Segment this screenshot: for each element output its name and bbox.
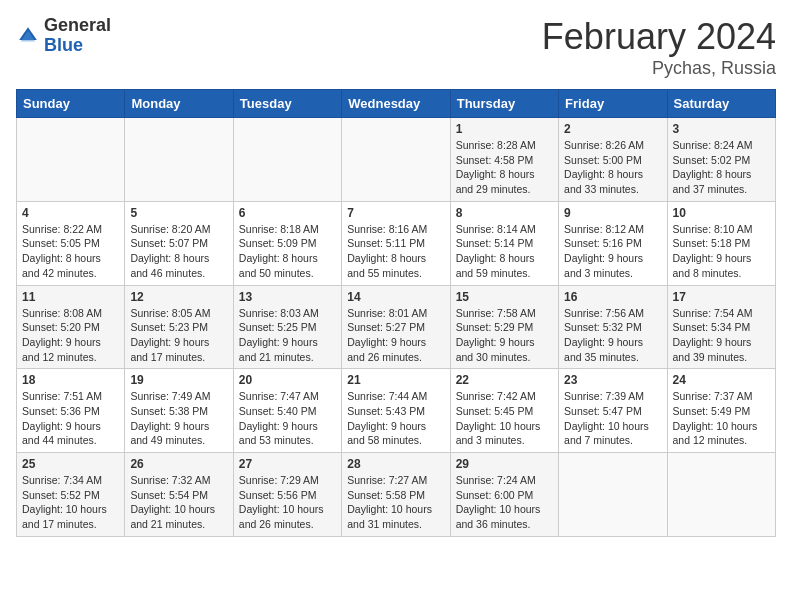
- day-info: Sunrise: 8:24 AMSunset: 5:02 PMDaylight:…: [673, 138, 770, 197]
- day-info: Sunrise: 7:49 AMSunset: 5:38 PMDaylight:…: [130, 389, 227, 448]
- day-number: 21: [347, 373, 444, 387]
- day-info: Sunrise: 7:39 AMSunset: 5:47 PMDaylight:…: [564, 389, 661, 448]
- calendar-cell: 16Sunrise: 7:56 AMSunset: 5:32 PMDayligh…: [559, 285, 667, 369]
- day-number: 4: [22, 206, 119, 220]
- weekday-header-tuesday: Tuesday: [233, 90, 341, 118]
- day-info: Sunrise: 8:14 AMSunset: 5:14 PMDaylight:…: [456, 222, 553, 281]
- calendar-week-row: 1Sunrise: 8:28 AMSunset: 4:58 PMDaylight…: [17, 118, 776, 202]
- day-number: 8: [456, 206, 553, 220]
- calendar-cell: 29Sunrise: 7:24 AMSunset: 6:00 PMDayligh…: [450, 453, 558, 537]
- weekday-header-monday: Monday: [125, 90, 233, 118]
- calendar-cell: 21Sunrise: 7:44 AMSunset: 5:43 PMDayligh…: [342, 369, 450, 453]
- day-info: Sunrise: 7:47 AMSunset: 5:40 PMDaylight:…: [239, 389, 336, 448]
- logo: General Blue: [16, 16, 111, 56]
- day-info: Sunrise: 7:42 AMSunset: 5:45 PMDaylight:…: [456, 389, 553, 448]
- calendar-cell: 11Sunrise: 8:08 AMSunset: 5:20 PMDayligh…: [17, 285, 125, 369]
- day-number: 11: [22, 290, 119, 304]
- calendar-week-row: 11Sunrise: 8:08 AMSunset: 5:20 PMDayligh…: [17, 285, 776, 369]
- day-number: 24: [673, 373, 770, 387]
- calendar-cell: [667, 453, 775, 537]
- calendar-cell: 24Sunrise: 7:37 AMSunset: 5:49 PMDayligh…: [667, 369, 775, 453]
- day-info: Sunrise: 7:34 AMSunset: 5:52 PMDaylight:…: [22, 473, 119, 532]
- day-number: 25: [22, 457, 119, 471]
- calendar-cell: 22Sunrise: 7:42 AMSunset: 5:45 PMDayligh…: [450, 369, 558, 453]
- calendar-week-row: 25Sunrise: 7:34 AMSunset: 5:52 PMDayligh…: [17, 453, 776, 537]
- day-number: 29: [456, 457, 553, 471]
- calendar-cell: 8Sunrise: 8:14 AMSunset: 5:14 PMDaylight…: [450, 201, 558, 285]
- logo-general-text: General: [44, 15, 111, 35]
- calendar-cell: 23Sunrise: 7:39 AMSunset: 5:47 PMDayligh…: [559, 369, 667, 453]
- day-number: 15: [456, 290, 553, 304]
- weekday-header-sunday: Sunday: [17, 90, 125, 118]
- day-number: 23: [564, 373, 661, 387]
- weekday-header-row: SundayMondayTuesdayWednesdayThursdayFrid…: [17, 90, 776, 118]
- calendar-cell: 12Sunrise: 8:05 AMSunset: 5:23 PMDayligh…: [125, 285, 233, 369]
- logo-blue-text: Blue: [44, 35, 83, 55]
- day-number: 27: [239, 457, 336, 471]
- calendar-table: SundayMondayTuesdayWednesdayThursdayFrid…: [16, 89, 776, 537]
- calendar-cell: 7Sunrise: 8:16 AMSunset: 5:11 PMDaylight…: [342, 201, 450, 285]
- page-header: General Blue February 2024 Pychas, Russi…: [16, 16, 776, 79]
- day-info: Sunrise: 7:24 AMSunset: 6:00 PMDaylight:…: [456, 473, 553, 532]
- location-title: Pychas, Russia: [542, 58, 776, 79]
- weekday-header-thursday: Thursday: [450, 90, 558, 118]
- day-number: 2: [564, 122, 661, 136]
- calendar-week-row: 18Sunrise: 7:51 AMSunset: 5:36 PMDayligh…: [17, 369, 776, 453]
- calendar-cell: 2Sunrise: 8:26 AMSunset: 5:00 PMDaylight…: [559, 118, 667, 202]
- calendar-cell: 15Sunrise: 7:58 AMSunset: 5:29 PMDayligh…: [450, 285, 558, 369]
- day-number: 3: [673, 122, 770, 136]
- day-number: 22: [456, 373, 553, 387]
- day-info: Sunrise: 8:10 AMSunset: 5:18 PMDaylight:…: [673, 222, 770, 281]
- day-number: 20: [239, 373, 336, 387]
- calendar-cell: 10Sunrise: 8:10 AMSunset: 5:18 PMDayligh…: [667, 201, 775, 285]
- calendar-cell: 26Sunrise: 7:32 AMSunset: 5:54 PMDayligh…: [125, 453, 233, 537]
- day-info: Sunrise: 8:01 AMSunset: 5:27 PMDaylight:…: [347, 306, 444, 365]
- calendar-cell: 13Sunrise: 8:03 AMSunset: 5:25 PMDayligh…: [233, 285, 341, 369]
- day-number: 16: [564, 290, 661, 304]
- calendar-cell: [559, 453, 667, 537]
- calendar-cell: 25Sunrise: 7:34 AMSunset: 5:52 PMDayligh…: [17, 453, 125, 537]
- day-number: 13: [239, 290, 336, 304]
- calendar-cell: 1Sunrise: 8:28 AMSunset: 4:58 PMDaylight…: [450, 118, 558, 202]
- day-info: Sunrise: 8:20 AMSunset: 5:07 PMDaylight:…: [130, 222, 227, 281]
- day-number: 7: [347, 206, 444, 220]
- calendar-cell: 20Sunrise: 7:47 AMSunset: 5:40 PMDayligh…: [233, 369, 341, 453]
- calendar-cell: 28Sunrise: 7:27 AMSunset: 5:58 PMDayligh…: [342, 453, 450, 537]
- calendar-cell: 18Sunrise: 7:51 AMSunset: 5:36 PMDayligh…: [17, 369, 125, 453]
- calendar-cell: 14Sunrise: 8:01 AMSunset: 5:27 PMDayligh…: [342, 285, 450, 369]
- day-number: 28: [347, 457, 444, 471]
- calendar-cell: 17Sunrise: 7:54 AMSunset: 5:34 PMDayligh…: [667, 285, 775, 369]
- day-info: Sunrise: 8:08 AMSunset: 5:20 PMDaylight:…: [22, 306, 119, 365]
- day-info: Sunrise: 7:27 AMSunset: 5:58 PMDaylight:…: [347, 473, 444, 532]
- day-info: Sunrise: 8:03 AMSunset: 5:25 PMDaylight:…: [239, 306, 336, 365]
- day-number: 12: [130, 290, 227, 304]
- day-info: Sunrise: 7:32 AMSunset: 5:54 PMDaylight:…: [130, 473, 227, 532]
- weekday-header-friday: Friday: [559, 90, 667, 118]
- day-number: 19: [130, 373, 227, 387]
- day-info: Sunrise: 7:56 AMSunset: 5:32 PMDaylight:…: [564, 306, 661, 365]
- calendar-week-row: 4Sunrise: 8:22 AMSunset: 5:05 PMDaylight…: [17, 201, 776, 285]
- day-number: 10: [673, 206, 770, 220]
- day-info: Sunrise: 8:05 AMSunset: 5:23 PMDaylight:…: [130, 306, 227, 365]
- weekday-header-wednesday: Wednesday: [342, 90, 450, 118]
- day-number: 14: [347, 290, 444, 304]
- weekday-header-saturday: Saturday: [667, 90, 775, 118]
- day-number: 5: [130, 206, 227, 220]
- calendar-cell: 9Sunrise: 8:12 AMSunset: 5:16 PMDaylight…: [559, 201, 667, 285]
- calendar-cell: 19Sunrise: 7:49 AMSunset: 5:38 PMDayligh…: [125, 369, 233, 453]
- calendar-cell: 3Sunrise: 8:24 AMSunset: 5:02 PMDaylight…: [667, 118, 775, 202]
- month-title: February 2024: [542, 16, 776, 58]
- day-number: 9: [564, 206, 661, 220]
- day-info: Sunrise: 7:29 AMSunset: 5:56 PMDaylight:…: [239, 473, 336, 532]
- calendar-cell: [233, 118, 341, 202]
- calendar-cell: [342, 118, 450, 202]
- calendar-cell: 4Sunrise: 8:22 AMSunset: 5:05 PMDaylight…: [17, 201, 125, 285]
- day-info: Sunrise: 8:28 AMSunset: 4:58 PMDaylight:…: [456, 138, 553, 197]
- day-info: Sunrise: 7:44 AMSunset: 5:43 PMDaylight:…: [347, 389, 444, 448]
- day-info: Sunrise: 8:22 AMSunset: 5:05 PMDaylight:…: [22, 222, 119, 281]
- day-number: 26: [130, 457, 227, 471]
- day-number: 1: [456, 122, 553, 136]
- calendar-cell: 5Sunrise: 8:20 AMSunset: 5:07 PMDaylight…: [125, 201, 233, 285]
- day-info: Sunrise: 8:12 AMSunset: 5:16 PMDaylight:…: [564, 222, 661, 281]
- day-number: 6: [239, 206, 336, 220]
